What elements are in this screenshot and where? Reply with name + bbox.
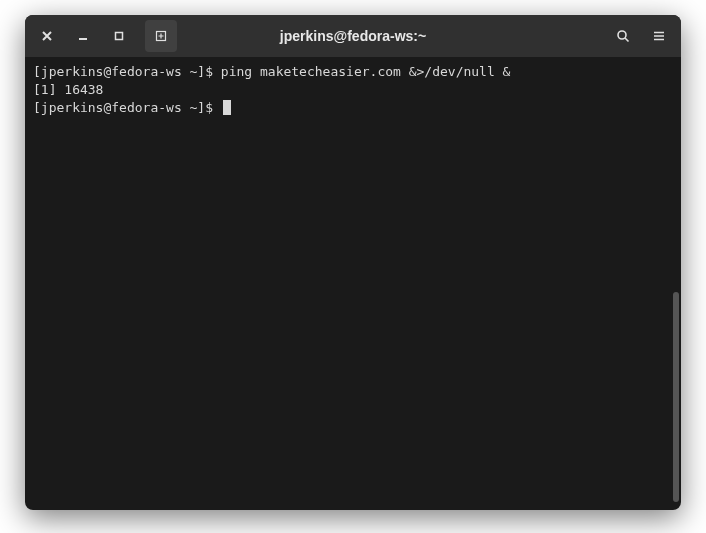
search-button[interactable]	[607, 20, 639, 52]
terminal-line: [jperkins@fedora-ws ~]$	[33, 99, 673, 117]
maximize-icon	[113, 30, 125, 42]
close-button[interactable]	[31, 20, 63, 52]
minimize-icon	[77, 30, 89, 42]
close-icon	[41, 30, 53, 42]
search-icon	[616, 29, 630, 43]
new-tab-button[interactable]	[145, 20, 177, 52]
cursor	[223, 100, 231, 115]
terminal-body[interactable]: [jperkins@fedora-ws ~]$ ping maketecheas…	[25, 57, 681, 510]
command-text: ping maketecheasier.com &>/dev/null &	[221, 64, 511, 79]
svg-point-2	[618, 31, 626, 39]
terminal-line: [jperkins@fedora-ws ~]$ ping maketecheas…	[33, 63, 673, 81]
prompt: [jperkins@fedora-ws ~]$	[33, 100, 221, 115]
titlebar-left-controls	[31, 20, 177, 52]
new-tab-icon	[154, 29, 168, 43]
titlebar: jperkins@fedora-ws:~	[25, 15, 681, 57]
titlebar-right-controls	[607, 20, 675, 52]
maximize-button[interactable]	[103, 20, 135, 52]
terminal-line: [1] 16438	[33, 81, 673, 99]
prompt: [jperkins@fedora-ws ~]$	[33, 64, 221, 79]
terminal-window: jperkins@fedora-ws:~ [jperkins@fedora-ws…	[25, 15, 681, 510]
menu-button[interactable]	[643, 20, 675, 52]
scrollbar-thumb[interactable]	[673, 292, 679, 502]
hamburger-icon	[652, 29, 666, 43]
minimize-button[interactable]	[67, 20, 99, 52]
window-title: jperkins@fedora-ws:~	[280, 28, 426, 44]
svg-rect-0	[116, 33, 123, 40]
